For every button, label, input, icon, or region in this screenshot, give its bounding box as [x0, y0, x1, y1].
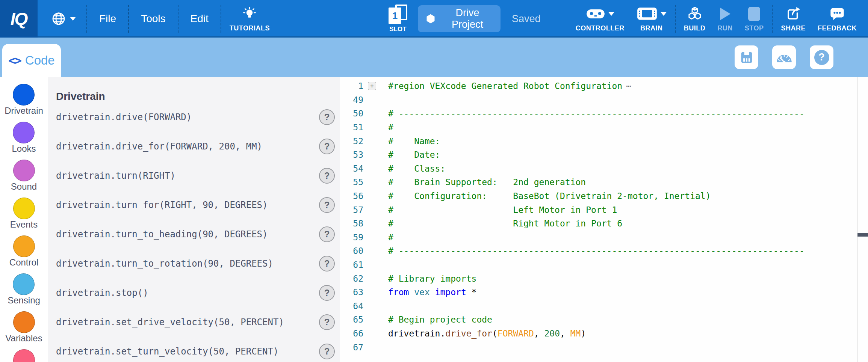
tutorials-button[interactable]: TUTORIALS: [224, 6, 276, 32]
drivetrain-category-icon: [13, 84, 35, 106]
command-turn[interactable]: drivetrain.turn(RIGHT): [56, 170, 175, 181]
project-name: Drive Project: [442, 7, 493, 30]
code-line[interactable]: 1 + #region VEXcode Generated Robot Conf…: [340, 79, 868, 93]
language-menu-button[interactable]: [43, 11, 84, 26]
build-button[interactable]: BUILD: [678, 6, 712, 32]
sidebar-item-bottom[interactable]: [13, 349, 35, 362]
hexagon-icon: [425, 13, 436, 24]
workspace-tools: ?: [735, 45, 833, 69]
command-help-button[interactable]: ?: [319, 344, 335, 359]
edit-menu[interactable]: Edit: [181, 13, 218, 25]
code-line[interactable]: 64: [340, 299, 868, 313]
code-editor[interactable]: 1 + #region VEXcode Generated Robot Conf…: [340, 77, 868, 362]
chevron-down-icon: [608, 12, 614, 16]
code-line[interactable]: 57 # Left Motor in Port 1: [340, 203, 868, 217]
dashboard-gauge-button[interactable]: [772, 45, 796, 69]
feedback-button[interactable]: FEEDBACK: [812, 6, 863, 32]
stop-square-icon: [748, 6, 760, 22]
command-help-button[interactable]: ?: [319, 285, 335, 301]
command-stop[interactable]: drivetrain.stop(): [56, 288, 148, 298]
command-help-button[interactable]: ?: [319, 139, 335, 154]
tools-menu[interactable]: Tools: [131, 13, 175, 25]
command-help-button[interactable]: ?: [319, 109, 335, 125]
folded-region-ellipsis[interactable]: ⋯: [626, 81, 632, 91]
code-line[interactable]: 51 #: [340, 121, 868, 134]
device-port-button[interactable]: [735, 45, 758, 69]
sidebar-item-looks[interactable]: Looks: [12, 122, 36, 153]
sidebar-item-drivetrain[interactable]: Drivetrain: [5, 84, 43, 115]
controller-button[interactable]: CONTROLLER: [570, 6, 631, 32]
control-category-icon: [13, 235, 35, 257]
code-line[interactable]: 59 #: [340, 231, 868, 244]
share-icon: [786, 6, 801, 22]
command-drive[interactable]: drivetrain.drive(FORWARD): [56, 112, 192, 122]
sidebar-item-control[interactable]: Control: [9, 235, 38, 267]
command-help-button[interactable]: ?: [319, 314, 335, 330]
sensing-category-icon: [13, 273, 35, 295]
main-menu: File Tools Edit TUTORIALS: [43, 0, 276, 38]
run-button[interactable]: RUN: [711, 6, 739, 32]
project-name-button[interactable]: Drive Project: [418, 5, 501, 32]
command-drive-for[interactable]: drivetrain.drive_for(FORWARD, 200, MM): [56, 141, 262, 152]
globe-icon: [51, 11, 66, 26]
code-line[interactable]: 58 # Right Motor in Port 6: [340, 217, 868, 231]
vexcode-app: IQ File Tools Edit: [0, 0, 868, 362]
command-panel: Drivetrain drivetrain.drive(FORWARD) ? d…: [48, 77, 340, 362]
share-button[interactable]: SHARE: [775, 6, 812, 32]
code-line[interactable]: 66 drivetrain.drive_for(FORWARD, 200, MM…: [340, 327, 868, 341]
slot-button[interactable]: 1 SLOT: [389, 5, 407, 33]
code-line[interactable]: 55 # Brain Supported: 2nd generation: [340, 175, 868, 189]
project-group: 1 SLOT Drive Project Saved: [389, 0, 541, 38]
fold-expand-icon[interactable]: +: [368, 82, 376, 90]
editor-scrollbar[interactable]: [857, 77, 868, 362]
stop-button[interactable]: STOP: [739, 6, 770, 32]
tab-code[interactable]: <> Code: [2, 44, 61, 77]
command-help-button[interactable]: ?: [319, 256, 335, 272]
code-line[interactable]: 65 # Begin project code: [340, 313, 868, 327]
bottom-category-icon: [13, 349, 35, 362]
command-set-drive-velocity[interactable]: drivetrain.set_drive_velocity(50, PERCEN…: [56, 317, 284, 327]
toolbar-divider: [772, 5, 773, 33]
command-turn-to-heading[interactable]: drivetrain.turn_to_heading(90, DEGREES): [56, 229, 268, 240]
command-row: drivetrain.stop() ?: [56, 278, 335, 308]
code-line[interactable]: 54 # Class:: [340, 162, 868, 176]
code-line[interactable]: 67: [340, 340, 868, 354]
code-line[interactable]: 50 # -----------------------------------…: [340, 107, 868, 121]
menu-divider: [221, 5, 221, 33]
sidebar-item-events[interactable]: Events: [10, 198, 38, 229]
code-line[interactable]: 62 # Library imports: [340, 272, 868, 285]
device-toolbar: CONTROLLER: [570, 0, 868, 38]
command-turn-to-rotation[interactable]: drivetrain.turn_to_rotation(90, DEGREES): [56, 258, 273, 269]
code-line[interactable]: 52 # Name:: [340, 134, 868, 148]
sidebar-item-sound[interactable]: Sound: [11, 160, 37, 191]
feedback-bubble-icon: [830, 6, 845, 22]
toolbar-divider: [675, 5, 676, 33]
code-line[interactable]: 63 from vex import *: [340, 285, 868, 299]
code-line[interactable]: 56 # Configuration: BaseBot (Drivetrain …: [340, 189, 868, 203]
sidebar-item-sensing[interactable]: Sensing: [8, 273, 40, 305]
command-turn-for[interactable]: drivetrain.turn_for(RIGHT, 90, DEGREES): [56, 200, 268, 210]
command-help-button[interactable]: ?: [319, 226, 335, 242]
command-set-turn-velocity[interactable]: drivetrain.set_turn_velocity(50, PERCENT…: [56, 346, 278, 357]
code-line[interactable]: 60 # -----------------------------------…: [340, 244, 868, 258]
scrollbar-thumb[interactable]: [857, 233, 868, 237]
controller-icon: [586, 8, 605, 20]
command-row: drivetrain.set_drive_velocity(50, PERCEN…: [56, 308, 335, 337]
looks-category-icon: [13, 122, 35, 143]
help-question-icon: ?: [814, 50, 829, 65]
code-line[interactable]: 61: [340, 258, 868, 272]
main-content: Drivetrain Looks Sound Events Control Se…: [0, 77, 868, 362]
brain-button[interactable]: BRAIN: [631, 6, 673, 32]
menu-divider: [128, 5, 129, 33]
help-button[interactable]: ?: [810, 45, 833, 69]
code-line[interactable]: 49: [340, 93, 868, 107]
file-menu[interactable]: File: [89, 13, 126, 25]
command-help-button[interactable]: ?: [319, 197, 335, 213]
sidebar-item-variables[interactable]: Variables: [5, 311, 42, 343]
command-row: drivetrain.set_turn_velocity(50, PERCENT…: [56, 337, 335, 362]
brain-icon: [637, 7, 658, 21]
category-sidebar: Drivetrain Looks Sound Events Control Se…: [0, 77, 48, 362]
command-row: drivetrain.drive_for(FORWARD, 200, MM) ?: [56, 132, 335, 161]
code-line[interactable]: 53 # Date:: [340, 148, 868, 162]
command-help-button[interactable]: ?: [319, 168, 335, 184]
